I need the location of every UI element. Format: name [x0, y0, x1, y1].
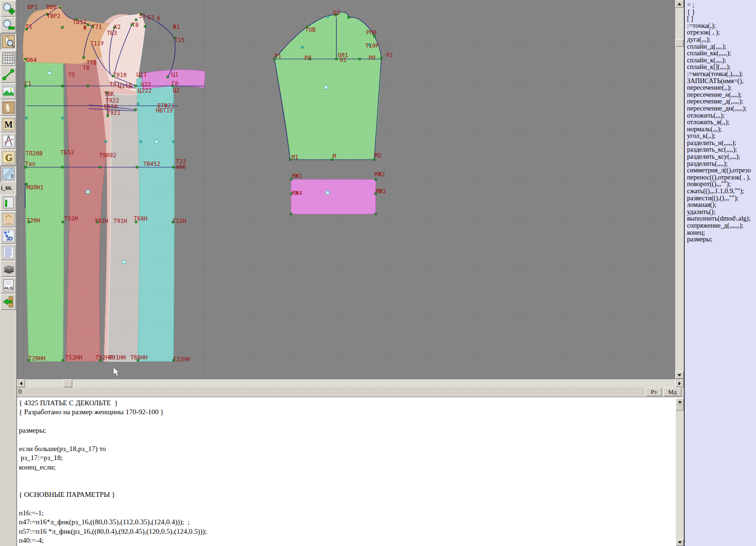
- command-item[interactable]: отложить(,,,);: [687, 112, 756, 119]
- command-item[interactable]: разделить_н(,,,,,);: [687, 140, 756, 147]
- point-label: РП: [369, 55, 375, 61]
- size-table-icon: [2, 196, 15, 209]
- command-item[interactable]: дуга(,,,);: [687, 36, 756, 43]
- pattern-frame-button[interactable]: [0, 100, 16, 116]
- command-item[interactable]: развести((),(),,,"");: [687, 195, 756, 202]
- command-item[interactable]: { }: [687, 9, 756, 16]
- command-item[interactable]: сплайн_к(,,,,);: [687, 57, 756, 64]
- command-item[interactable]: = ;: [687, 2, 756, 9]
- canvas-hscroll-thumb[interactable]: [63, 379, 72, 387]
- command-item[interactable]: разделить_ксу(,,,,);: [687, 154, 756, 161]
- code-scroll-down-button[interactable]: [676, 539, 684, 546]
- command-item[interactable]: нормаль(,,,);: [687, 126, 756, 133]
- command-item[interactable]: отрезок( , );: [687, 29, 756, 36]
- right-arrow-icon: [679, 382, 681, 385]
- code-editor[interactable]: { 4325 ПЛАТЬЕ С ДЕКОЛЬТЕ } { Разработано…: [17, 397, 684, 546]
- image-icon: [2, 85, 15, 98]
- point-label: Ц1: [172, 71, 178, 78]
- md-button[interactable]: Мд: [663, 388, 681, 396]
- command-item[interactable]: сжать((),,,1.1,0.9,"");: [687, 188, 756, 195]
- down-arrow-icon: [678, 541, 682, 544]
- alg-button[interactable]: ALG: [0, 277, 16, 293]
- command-item[interactable]: сплайн_кк(,,,,,);: [687, 50, 756, 57]
- ruler-8-button[interactable]: 8: [0, 166, 16, 182]
- zoom-out-icon: [2, 18, 15, 32]
- model-m-button[interactable]: M: [0, 116, 16, 132]
- canvas-scroll-left-button[interactable]: [17, 379, 25, 387]
- books-button[interactable]: [0, 261, 16, 277]
- code-text[interactable]: { 4325 ПЛАТЬЕ С ДЕКОЛЬТЕ } { Разработано…: [17, 397, 684, 546]
- piece-cuff-texture: [291, 179, 376, 214]
- command-item[interactable]: :=точка(,);: [687, 23, 756, 30]
- zoom-out-button[interactable]: [0, 17, 16, 33]
- command-item[interactable]: пересечение_н(,,,,);: [687, 92, 756, 99]
- command-item[interactable]: симметрия_л((),отрезо: [687, 167, 756, 174]
- rz-button[interactable]: Рз: [645, 388, 662, 396]
- point-label: Х2: [114, 24, 120, 30]
- left-arrow-icon: [20, 382, 22, 385]
- command-list: = ;{ }[ ]:=точка(,);отрезок( , );дуга(,,…: [685, 0, 756, 243]
- text-list-button[interactable]: [0, 244, 16, 260]
- command-item[interactable]: разделить(,,,,);: [687, 161, 756, 168]
- photo-button[interactable]: [0, 211, 16, 227]
- point-label: Г1: [25, 80, 31, 87]
- command-item[interactable]: ломаная();: [687, 202, 756, 209]
- pattern-frame-icon: [2, 101, 15, 114]
- command-item[interactable]: размеры;: [687, 236, 756, 243]
- canvas-vscroll-thumb[interactable]: [675, 39, 684, 47]
- point-label: М1: [292, 154, 298, 161]
- command-item[interactable]: сплайн_д(,,,,);: [687, 43, 756, 51]
- point-label: Т8: [132, 22, 138, 28]
- command-item[interactable]: сопряжение_д(,,,,,,);: [687, 222, 756, 230]
- point-label: О1: [340, 57, 346, 63]
- point-label: Т8: [83, 65, 89, 71]
- pattern-canvas[interactable]: ВР1ВВ0ТВР2Т1ТВ12ЖТ71Х2ТБ3Т831Б36Ж1Т15Т11…: [17, 0, 675, 379]
- command-item[interactable]: перенос((),отрезок( , ),: [687, 174, 756, 181]
- command-item[interactable]: поворот((),,,"");: [687, 181, 756, 188]
- image-button[interactable]: [0, 83, 16, 99]
- exit-button[interactable]: [0, 294, 16, 310]
- text-lines-icon: [2, 246, 15, 259]
- point-label: РЛ: [304, 55, 311, 61]
- drafting-button[interactable]: [0, 133, 16, 149]
- command-item[interactable]: отложить_в(,,);: [687, 119, 756, 126]
- point-label: ВР1: [27, 4, 38, 10]
- 3d-button[interactable]: 3D: [0, 228, 16, 244]
- size-table-button[interactable]: [0, 195, 16, 211]
- exit-arrow-icon: [2, 295, 15, 308]
- command-item[interactable]: удалить();: [687, 209, 756, 216]
- canvas-scroll-down-button[interactable]: [675, 371, 684, 379]
- view-piece-button[interactable]: [0, 34, 16, 50]
- command-item[interactable]: пересечение_д(,,,,,);: [687, 98, 756, 105]
- command-item[interactable]: выполнить(dmod\.alg);: [687, 215, 756, 222]
- command-item[interactable]: разделить_кс(,,,,);: [687, 146, 756, 154]
- code-scroll-up-button[interactable]: [676, 398, 684, 405]
- canvas-scroll-up-button[interactable]: [675, 0, 684, 8]
- command-item[interactable]: пересечение_дн(,,,,,);: [687, 105, 756, 112]
- code-vertical-scrollbar[interactable]: [676, 398, 684, 546]
- code-vscroll-thumb[interactable]: [676, 405, 684, 410]
- grazia-g-button[interactable]: G: [0, 149, 16, 165]
- command-item[interactable]: сплайн_к[](,,,,);: [687, 64, 756, 71]
- point-label: Т68Н: [134, 215, 147, 222]
- canvas-vertical-scrollbar[interactable]: [675, 0, 684, 379]
- command-item[interactable]: угол_к(,,);: [687, 133, 756, 140]
- command-list-panel: = ;{ }[ ]:=точка(,);отрезок( , );дуга(,,…: [684, 0, 756, 546]
- point-label: Т010: [113, 72, 127, 78]
- measure-button[interactable]: [0, 67, 16, 83]
- point-label: М2: [375, 152, 381, 159]
- point-label: Ц11: [137, 71, 147, 78]
- command-item[interactable]: [ ]: [687, 16, 756, 23]
- canvas-horizontal-scrollbar[interactable]: [17, 379, 675, 387]
- point-label: Т5: [68, 72, 75, 78]
- point-label: МЖ4: [292, 190, 302, 196]
- point-label: ТБ3: [107, 30, 117, 36]
- command-item[interactable]: конец;: [687, 230, 756, 237]
- canvas-scroll-right-button[interactable]: [675, 379, 684, 387]
- zoom-in-button[interactable]: [0, 0, 16, 17]
- command-item[interactable]: :=метка(точка(,),,,,);: [687, 71, 756, 78]
- command-item[interactable]: пересечение(,,);: [687, 85, 756, 92]
- command-item[interactable]: ЗАПИСАТЬ(имя=(),: [687, 78, 756, 85]
- point-label: Ж: [83, 25, 87, 31]
- grid-button[interactable]: [0, 50, 16, 66]
